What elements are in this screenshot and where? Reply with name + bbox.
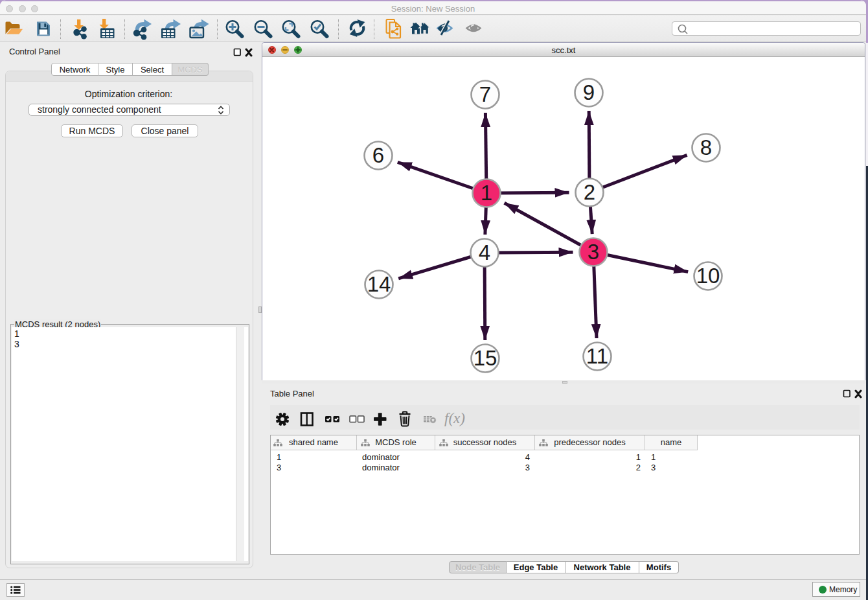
svg-text:9: 9 (583, 80, 595, 104)
svg-text:8: 8 (700, 135, 712, 159)
svg-text:4: 4 (479, 240, 490, 264)
svg-text:14: 14 (367, 272, 391, 296)
svg-text:1: 1 (481, 181, 492, 205)
svg-text:2: 2 (584, 180, 595, 204)
svg-text:11: 11 (586, 344, 608, 368)
svg-text:15: 15 (474, 346, 497, 370)
svg-text:10: 10 (696, 264, 720, 288)
svg-text:f(x): f(x) (444, 410, 465, 426)
svg-text:6: 6 (372, 143, 384, 167)
svg-text:3: 3 (588, 240, 599, 264)
svg-text:7: 7 (479, 82, 491, 106)
